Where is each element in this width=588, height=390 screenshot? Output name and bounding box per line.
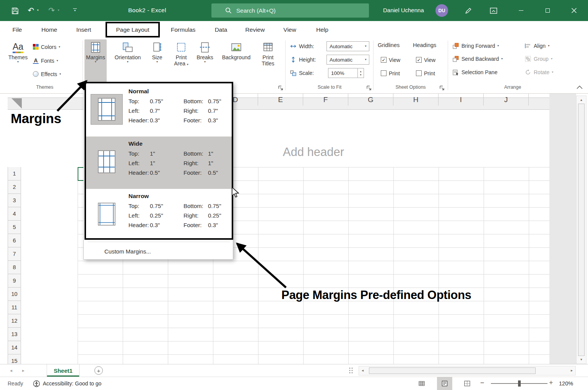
gridlines-view-checkbox[interactable]: ✓View xyxy=(381,55,400,65)
height-select[interactable]: Automatic▾ xyxy=(326,55,369,65)
scale-input[interactable]: 100% xyxy=(328,68,358,78)
row-header[interactable]: 13 xyxy=(8,328,21,341)
theme-colors-button[interactable]: Colors▾ xyxy=(33,42,60,52)
save-button[interactable] xyxy=(10,6,20,16)
scroll-left-arrow[interactable]: ◂ xyxy=(362,368,364,372)
undo-button[interactable]: ↶ xyxy=(26,5,36,16)
row-header[interactable]: 8 xyxy=(8,261,21,274)
tab-home[interactable]: Home xyxy=(37,21,61,38)
align-button[interactable]: Align▾ xyxy=(525,41,549,50)
zoom-out-button[interactable]: − xyxy=(480,379,484,387)
selection-pane-button[interactable]: Selection Pane xyxy=(452,67,497,77)
scroll-down-arrow[interactable]: ▼ xyxy=(577,358,586,361)
customize-quick-access-icon[interactable]: ▾ xyxy=(72,7,78,14)
pen-icon[interactable] xyxy=(463,6,473,16)
minimize-button[interactable] xyxy=(512,0,530,21)
tab-formulas[interactable]: Formulas xyxy=(167,21,199,38)
tab-view[interactable]: View xyxy=(280,21,300,38)
scale-to-fit-dialog-launcher[interactable] xyxy=(366,85,372,91)
print-titles-button[interactable]: PrintTitles xyxy=(256,39,280,82)
menu-item-wide[interactable]: Wide Top:1"Bottom:1" Left:1"Right:1" Hea… xyxy=(85,136,232,189)
theme-fonts-button[interactable]: A Fonts▾ xyxy=(33,56,58,65)
sheet-tab-sheet1[interactable]: Sheet1 xyxy=(47,364,80,377)
add-sheet-button[interactable]: + xyxy=(94,366,103,375)
maximize-button[interactable] xyxy=(539,0,556,21)
hide-margins-corner[interactable] xyxy=(11,98,22,109)
tab-insert[interactable]: Insert xyxy=(72,21,96,38)
search-box[interactable]: Search (Alt+Q) xyxy=(211,3,369,18)
orientation-button[interactable]: Orientation ▾ xyxy=(110,39,145,82)
undo-dropdown-icon[interactable]: ▾ xyxy=(37,9,39,12)
horizontal-scrollbar[interactable]: ◂ ▸ xyxy=(359,366,576,375)
row-header[interactable]: 9 xyxy=(8,274,21,288)
page-setup-dialog-launcher[interactable] xyxy=(278,85,284,91)
horizontal-scroll-thumb[interactable] xyxy=(369,367,536,374)
tabbar-splitter-handle[interactable] xyxy=(349,367,353,374)
row-header[interactable]: 14 xyxy=(8,341,21,354)
headings-print-checkbox[interactable]: Print xyxy=(416,68,435,78)
scroll-right-arrow[interactable]: ▸ xyxy=(571,368,573,372)
theme-effects-button[interactable]: Effects▾ xyxy=(33,69,61,79)
menu-item-narrow[interactable]: Narrow Top:0.75"Bottom:0.75" Left:0.25"R… xyxy=(85,189,232,241)
margins-button[interactable]: Margins ▾ xyxy=(84,39,107,82)
width-select[interactable]: Automatic▾ xyxy=(326,41,369,51)
column-header[interactable]: H xyxy=(393,94,439,106)
rotate-button[interactable]: Rotate▾ xyxy=(525,67,553,77)
row-header[interactable]: 7 xyxy=(8,247,21,261)
tab-file[interactable]: File xyxy=(8,21,27,38)
tab-review[interactable]: Review xyxy=(243,21,267,38)
row-header[interactable]: 10 xyxy=(8,288,21,301)
page-break-view-button[interactable] xyxy=(460,377,475,390)
row-header[interactable]: 11 xyxy=(8,301,21,314)
sheet-options-dialog-launcher[interactable] xyxy=(439,85,445,91)
user-avatar[interactable]: DU xyxy=(435,4,448,17)
row-header[interactable]: 15 xyxy=(8,354,21,364)
column-header[interactable]: E xyxy=(258,94,303,106)
scale-spinner[interactable]: ▲▼ xyxy=(357,68,364,78)
zoom-in-button[interactable]: + xyxy=(549,379,553,387)
vertical-scroll-thumb[interactable] xyxy=(578,104,585,356)
row-header[interactable]: 12 xyxy=(8,314,21,328)
redo-button[interactable]: ↷ xyxy=(47,5,57,16)
normal-view-button[interactable] xyxy=(414,377,429,390)
group-button[interactable]: Group▾ xyxy=(525,54,552,63)
page-layout-view-button[interactable] xyxy=(437,377,452,390)
column-header[interactable]: I xyxy=(439,94,484,106)
width-icon xyxy=(290,44,297,49)
tab-help[interactable]: Help xyxy=(313,21,332,38)
row-header[interactable]: 3 xyxy=(8,194,21,207)
scroll-up-arrow[interactable]: ▲ xyxy=(577,98,586,102)
sheet-nav-right-icon[interactable]: ▸ xyxy=(22,368,24,373)
vertical-scrollbar[interactable]: ▲ ▼ xyxy=(576,96,586,364)
row-header[interactable]: 6 xyxy=(8,234,21,247)
row-header[interactable]: 1 xyxy=(8,167,21,180)
status-accessibility[interactable]: Accessibility: Good to go xyxy=(43,380,101,387)
row-header[interactable]: 2 xyxy=(8,180,21,194)
gridlines-print-checkbox[interactable]: Print xyxy=(381,68,400,78)
ribbon-display-options-icon[interactable] xyxy=(489,6,499,16)
breaks-button[interactable]: Breaks ▾ xyxy=(194,39,216,82)
user-name[interactable]: Daniel Uchenna xyxy=(383,7,424,13)
column-header[interactable]: G xyxy=(348,94,393,106)
menu-item-normal[interactable]: Normal Top:0.75"Bottom:0.75" Left:0.7"Ri… xyxy=(85,84,232,136)
print-area-button[interactable]: PrintArea ▾ xyxy=(169,39,193,82)
size-button[interactable]: Size ▾ xyxy=(146,39,168,82)
row-header[interactable]: 5 xyxy=(8,221,21,234)
themes-button[interactable]: Aa Themes ▾ xyxy=(7,39,29,82)
column-header[interactable]: F xyxy=(303,94,348,106)
redo-dropdown-icon[interactable]: ▾ xyxy=(58,9,59,12)
tab-data[interactable]: Data xyxy=(211,21,231,38)
custom-margins-item[interactable]: Custom Margins... xyxy=(84,243,233,259)
sheet-nav-left-icon[interactable]: ◂ xyxy=(10,368,12,373)
tab-page-layout[interactable]: Page Layout xyxy=(110,21,156,38)
background-button[interactable]: Background xyxy=(218,39,255,82)
row-header[interactable]: 4 xyxy=(8,207,21,221)
headings-view-checkbox[interactable]: ✓View xyxy=(416,55,435,65)
close-button[interactable] xyxy=(565,0,583,21)
send-backward-button[interactable]: Send Backward▾ xyxy=(452,54,503,63)
collapse-ribbon-icon[interactable] xyxy=(575,84,584,90)
column-header[interactable]: J xyxy=(484,94,529,106)
zoom-level[interactable]: 120% xyxy=(559,380,573,387)
zoom-slider-thumb[interactable] xyxy=(518,380,521,387)
bring-forward-button[interactable]: Bring Forward▾ xyxy=(452,41,499,50)
